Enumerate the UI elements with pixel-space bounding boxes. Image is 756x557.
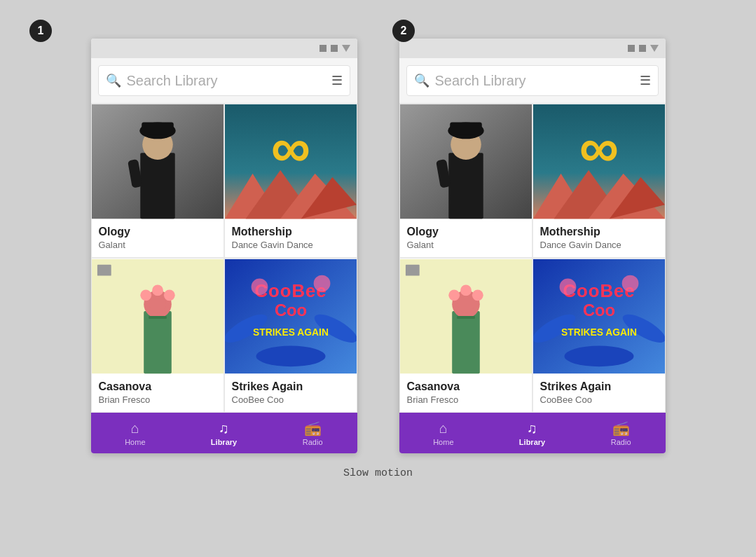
svg-point-60 <box>559 279 576 296</box>
title-chevron <box>342 45 350 52</box>
album-grid-2: Ology Galant ∞ <box>399 103 666 413</box>
album-title-ology-2: Ology <box>407 225 525 238</box>
svg-point-61 <box>621 275 638 292</box>
title-chevron-2 <box>650 45 659 52</box>
svg-rect-36 <box>450 123 482 135</box>
album-cell-strikes-1[interactable]: CooBee Coo STRIKES AGAIN Strikes Again C… <box>224 258 357 413</box>
nav-library-2[interactable]: ♫ Library <box>488 420 577 446</box>
title-bar-1 <box>91 39 357 58</box>
album-title-casanova-1: Casanova <box>99 380 217 393</box>
phone-screen-1: 🔍 Search Library ☰ <box>91 39 357 453</box>
album-info-casanova-2: Casanova Brian Fresco <box>400 374 532 412</box>
svg-text:Coo: Coo <box>582 301 614 319</box>
nav-radio-label-2: Radio <box>611 438 631 446</box>
search-icon-1: 🔍 <box>106 73 121 88</box>
home-icon-2: ⌂ <box>439 420 448 436</box>
step-badge-1: 1 <box>29 20 52 42</box>
search-placeholder-1: Search Library <box>127 73 326 89</box>
svg-point-19 <box>140 290 151 301</box>
svg-point-17 <box>152 285 163 296</box>
svg-point-49 <box>472 290 483 301</box>
title-btn-4 <box>639 45 646 52</box>
radio-icon-2: 📻 <box>612 420 630 436</box>
svg-rect-5 <box>142 123 174 135</box>
step-badge-2: 2 <box>392 20 415 42</box>
svg-point-50 <box>448 290 460 301</box>
svg-rect-2 <box>140 153 174 219</box>
album-title-strikes-1: Strikes Again <box>232 380 350 393</box>
album-info-mothership-1: Mothership Dance Gavin Dance <box>225 219 357 257</box>
home-icon-1: ⌂ <box>131 420 139 436</box>
album-title-casanova-2: Casanova <box>407 380 525 393</box>
album-info-ology-2: Ology Galant <box>400 219 532 257</box>
svg-rect-14 <box>97 265 111 276</box>
svg-point-29 <box>251 279 268 296</box>
nav-radio-1[interactable]: 📻 Radio <box>268 420 357 446</box>
svg-text:STRIKES AGAIN: STRIKES AGAIN <box>561 326 637 338</box>
nav-library-label-1: Library <box>211 438 237 446</box>
nav-library-label-2: Library <box>519 438 545 446</box>
library-icon-2: ♫ <box>527 420 537 436</box>
search-icon-2: 🔍 <box>414 73 429 88</box>
album-cell-strikes-2[interactable]: CooBee Coo STRIKES AGAIN Strikes Again C… <box>532 258 666 413</box>
caption: Slow motion <box>343 467 413 479</box>
search-bar-1[interactable]: 🔍 Search Library ☰ <box>98 65 350 96</box>
album-art-ology-2 <box>400 104 532 219</box>
album-artist-casanova-2: Brian Fresco <box>407 394 525 405</box>
svg-point-56 <box>564 346 633 367</box>
album-info-casanova-1: Casanova Brian Fresco <box>92 374 224 412</box>
nav-home-2[interactable]: ⌂ Home <box>399 420 488 446</box>
album-cell-casanova-1[interactable]: Casanova Brian Fresco <box>91 258 224 413</box>
svg-rect-46 <box>452 311 480 373</box>
album-art-ology-1 <box>92 104 224 219</box>
album-art-strikes-2: CooBee Coo STRIKES AGAIN <box>533 259 665 374</box>
title-btn-3 <box>628 45 635 52</box>
title-bar-2 <box>399 39 666 58</box>
nav-home-1[interactable]: ⌂ Home <box>91 420 180 446</box>
nav-home-label-2: Home <box>433 438 453 446</box>
album-art-mothership-1: ∞ <box>225 104 357 219</box>
album-art-mothership-2: ∞ <box>533 104 665 219</box>
album-cell-mothership-2[interactable]: ∞ Mothership Dance Gavin Dance <box>532 103 666 258</box>
bottom-nav-1: ⌂ Home ♫ Library 📻 Radio <box>91 413 357 453</box>
svg-point-25 <box>256 346 325 367</box>
album-grid-1: Ology Galant ∞ <box>91 103 357 413</box>
svg-point-48 <box>460 285 472 296</box>
svg-text:STRIKES AGAIN: STRIKES AGAIN <box>253 326 329 338</box>
list-view-icon-2[interactable]: ☰ <box>640 73 651 88</box>
album-cell-mothership-1[interactable]: ∞ Mothership Dance Gavin Dance <box>224 103 357 258</box>
search-placeholder-2: Search Library <box>435 73 634 89</box>
svg-text:∞: ∞ <box>579 116 618 179</box>
library-icon-1: ♫ <box>219 420 229 436</box>
svg-rect-21 <box>149 316 167 319</box>
nav-library-1[interactable]: ♫ Library <box>179 420 268 446</box>
svg-rect-33 <box>448 153 483 219</box>
album-title-strikes-2: Strikes Again <box>540 380 658 393</box>
phone-screen-2: 🔍 Search Library ☰ <box>399 39 666 453</box>
svg-rect-15 <box>144 311 172 373</box>
screens-container: 🔍 Search Library ☰ <box>91 39 666 453</box>
album-title-ology-1: Ology <box>99 225 217 238</box>
album-artist-strikes-2: CooBee Coo <box>540 394 658 405</box>
nav-radio-2[interactable]: 📻 Radio <box>577 420 666 446</box>
album-artist-casanova-1: Brian Fresco <box>99 394 217 405</box>
svg-point-30 <box>313 275 330 292</box>
album-info-strikes-2: Strikes Again CooBee Coo <box>533 374 665 412</box>
album-artist-ology-1: Galant <box>99 240 217 250</box>
album-title-mothership-1: Mothership <box>232 225 350 238</box>
album-artist-mothership-1: Dance Gavin Dance <box>232 240 350 250</box>
album-cell-casanova-2[interactable]: Casanova Brian Fresco <box>399 258 532 413</box>
svg-text:∞: ∞ <box>270 116 310 179</box>
radio-icon-1: 📻 <box>304 420 322 436</box>
svg-text:Coo: Coo <box>274 301 306 319</box>
svg-rect-45 <box>405 265 419 276</box>
list-view-icon-1[interactable]: ☰ <box>331 73 343 88</box>
search-bar-2[interactable]: 🔍 Search Library ☰ <box>406 65 659 96</box>
album-cell-ology-1[interactable]: Ology Galant <box>91 103 224 258</box>
album-art-casanova-1 <box>92 259 224 374</box>
title-btn-2 <box>331 45 338 52</box>
album-cell-ology-2[interactable]: Ology Galant <box>399 103 532 258</box>
svg-point-20 <box>149 296 166 312</box>
album-info-mothership-2: Mothership Dance Gavin Dance <box>533 219 665 257</box>
svg-rect-52 <box>457 316 475 319</box>
